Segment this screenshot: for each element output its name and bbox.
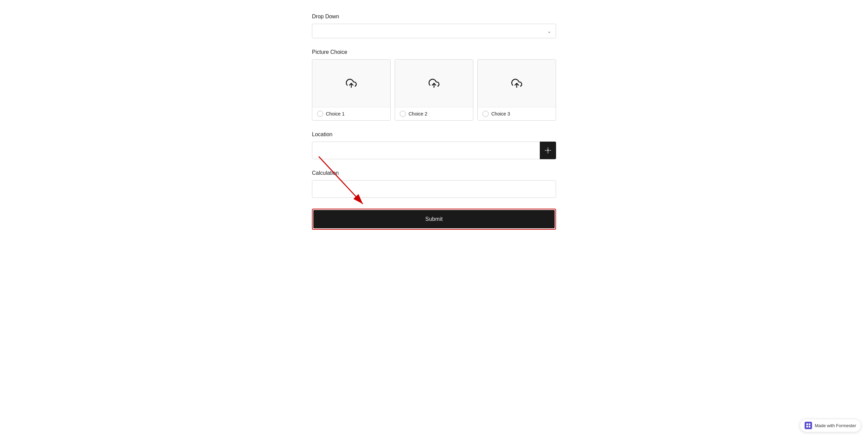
picture-choice-label: Picture Choice — [312, 49, 556, 55]
location-pin-button[interactable] — [540, 142, 556, 159]
calculation-section: Calculation — [312, 170, 556, 198]
picture-choice-label-1: Choice 1 — [312, 107, 390, 120]
picture-choice-label-2: Choice 2 — [395, 107, 473, 120]
svg-rect-12 — [806, 426, 808, 427]
submit-section: Submit — [312, 209, 556, 230]
picture-choice-item-1[interactable]: Choice 1 — [312, 59, 391, 121]
radio-3[interactable] — [482, 111, 489, 117]
location-input-box — [312, 142, 556, 159]
dropdown-label: Drop Down — [312, 14, 556, 20]
radio-2[interactable] — [400, 111, 406, 117]
radio-1[interactable] — [317, 111, 323, 117]
picture-choice-label-3: Choice 3 — [478, 107, 556, 120]
formester-badge-text: Made with Formester — [815, 423, 856, 428]
crosshair-icon — [545, 147, 551, 153]
svg-rect-11 — [809, 423, 810, 425]
choice-2-text: Choice 2 — [409, 111, 427, 117]
choice-1-text: Choice 1 — [326, 111, 344, 117]
svg-rect-13 — [809, 426, 810, 427]
location-section: Location — [312, 131, 556, 159]
picture-choice-image-area-3 — [478, 60, 556, 107]
picture-choice-grid: Choice 1 — [312, 59, 556, 121]
submit-button[interactable]: Submit — [313, 210, 555, 228]
calculation-input-box — [312, 180, 556, 198]
picture-choice-image-area-2 — [395, 60, 473, 107]
svg-point-3 — [547, 150, 549, 151]
picture-choice-image-area-1 — [312, 60, 390, 107]
location-label: Location — [312, 131, 556, 138]
formester-badge: Made with Formester — [800, 419, 861, 432]
picture-choice-item-2[interactable]: Choice 2 — [395, 59, 473, 121]
upload-icon-1 — [346, 78, 357, 89]
svg-rect-10 — [806, 423, 808, 425]
picture-choice-item-3[interactable]: Choice 3 — [477, 59, 556, 121]
upload-icon-3 — [511, 78, 522, 89]
submit-wrapper: Submit — [312, 209, 556, 230]
dropdown-wrapper: ⌄ — [312, 24, 556, 38]
formester-icon — [805, 422, 812, 429]
calculation-label: Calculation — [312, 170, 556, 176]
picture-choice-section: Picture Choice — [312, 49, 556, 121]
location-wrapper — [312, 142, 556, 159]
dropdown-section: Drop Down ⌄ — [312, 14, 556, 38]
upload-icon-2 — [429, 78, 439, 89]
choice-3-text: Choice 3 — [491, 111, 510, 117]
dropdown-select[interactable] — [312, 24, 556, 38]
